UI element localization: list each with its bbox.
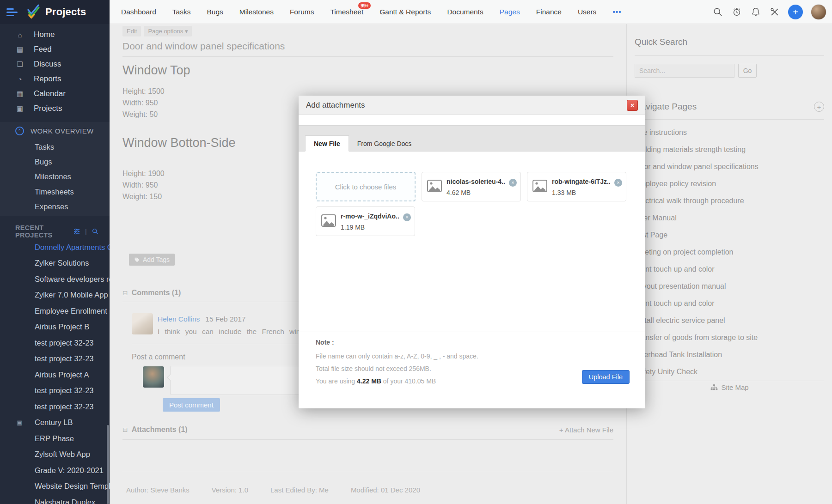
page-link[interactable]: Install electric service panel (627, 312, 832, 329)
sidebar-item-tasks[interactable]: Tasks (0, 140, 110, 154)
nav-finance[interactable]: Finance (536, 8, 562, 16)
nav-users[interactable]: Users (578, 8, 596, 16)
add-new-button[interactable]: + (788, 5, 803, 19)
collapse-icon[interactable]: ⊟ (122, 289, 128, 297)
page-link[interactable]: Employee policy revision (627, 175, 832, 192)
post-comment-button[interactable]: Post comment (163, 398, 220, 412)
page-link[interactable]: Test Page (627, 226, 832, 243)
choose-files-dropzone[interactable]: Click to choose files (316, 172, 416, 201)
recent-project-item[interactable]: ▣ test project 32-23 (0, 335, 110, 351)
spec-line: Width: 950 (122, 181, 158, 189)
recent-project-item[interactable]: ▣ Zylker 7.0 Mobile App (0, 287, 110, 303)
comment-author-link[interactable]: Helen Collins15 Feb 2017 (158, 315, 245, 323)
page-link[interactable]: Safety Unity Check (627, 363, 832, 380)
nav-more[interactable]: ••• (612, 8, 621, 16)
sidebar-item-home[interactable]: ⌂ Home (0, 27, 110, 42)
sidebar-item-label: Discuss (34, 60, 61, 69)
nav-gantt-reports[interactable]: Gantt & Reports (379, 8, 431, 16)
timer-icon[interactable] (731, 6, 742, 18)
attach-new-file-link[interactable]: + Attach New File (559, 426, 613, 434)
page-link[interactable]: Building materials strength testing (627, 141, 832, 158)
comment-text: I think you can include the French windo (158, 328, 308, 336)
page-link[interactable]: Site instructions (627, 124, 832, 141)
recent-project-item[interactable]: ▣ Software developers re (0, 271, 110, 287)
nav-forums[interactable]: Forums (290, 8, 314, 16)
work-overview-section: ⌃ WORK OVERVIEW Tasks Bugs Milestones Ti… (0, 122, 110, 216)
page-link[interactable]: Electrical walk through procedure (627, 192, 832, 209)
hamburger-menu-icon[interactable] (6, 8, 18, 16)
divider (122, 439, 613, 440)
close-icon[interactable]: × (627, 100, 638, 111)
filter-icon[interactable] (73, 227, 81, 236)
nav-milestones[interactable]: Milestones (239, 8, 274, 16)
page-link[interactable]: Paint touch up and color (627, 295, 832, 312)
edit-button[interactable]: Edit (122, 26, 141, 36)
work-overview-header[interactable]: ⌃ WORK OVERVIEW (0, 122, 110, 140)
recent-project-item[interactable]: ▣ Grade V: 2020-2021 (0, 462, 110, 479)
nav-bugs[interactable]: Bugs (207, 8, 223, 16)
image-file-icon (532, 178, 548, 194)
attachments-header[interactable]: ⊟ Attachments (1) (122, 425, 188, 434)
go-button[interactable]: Go (738, 64, 757, 78)
sidebar-item-calendar[interactable]: ▦ Calendar (0, 86, 110, 101)
tab-from-google-docs[interactable]: From Google Docs (349, 135, 420, 152)
page-link[interactable]: Layout presentation manual (627, 278, 832, 295)
page-link[interactable]: Overhead Tank Installation (627, 346, 832, 363)
page-title: Door and window panel specifications (122, 41, 285, 52)
r-mo-w-_iZqdviAo...: r-mo-w-_iZqdviAo... 1.19 MB × (316, 206, 415, 236)
sidebar-item-discuss[interactable]: ❏ Discuss (0, 57, 110, 72)
add-tags-button[interactable]: Add Tags (129, 254, 175, 266)
tab-new-file[interactable]: New File (305, 135, 349, 152)
upload-file-button[interactable]: Upload File (582, 370, 630, 384)
sidebar-item-reports[interactable]: ◔ Reports (0, 72, 110, 86)
nav-documents[interactable]: Documents (447, 8, 483, 16)
sidebar-item-milestones[interactable]: Milestones (0, 170, 110, 184)
recent-project-item[interactable]: ▣ Nakshatra Duplex (0, 494, 110, 504)
add-page-icon[interactable]: + (814, 102, 824, 112)
page-link[interactable]: Paint touch up and color (627, 261, 832, 278)
nav-dashboard[interactable]: Dashboard (121, 8, 156, 16)
sidebar-item-projects[interactable]: ▣ Projects (0, 101, 110, 116)
quick-search-input[interactable] (635, 64, 734, 78)
recent-project-item[interactable]: ▣ Zylsoft Web App (0, 446, 110, 462)
recent-project-item[interactable]: ▣ Zylker Solutions (0, 255, 110, 271)
recent-project-item[interactable]: ▣ Airbus Project A (0, 367, 110, 383)
page-link[interactable]: User Manual (627, 209, 832, 226)
site-map-link[interactable]: Site Map (627, 383, 832, 391)
remove-file-icon[interactable]: × (614, 179, 622, 187)
remove-file-icon[interactable]: × (509, 179, 517, 187)
recent-project-item[interactable]: ▣ Website Design Templa (0, 478, 110, 494)
recent-project-item[interactable]: ▣ test project 32-23 (0, 383, 110, 399)
tools-icon[interactable] (769, 6, 780, 18)
sidebar-item-feed[interactable]: ▤ Feed (0, 42, 110, 57)
recent-project-item[interactable]: ▣ ERP Phase (0, 431, 110, 447)
page-link[interactable]: Transfer of goods from storage to site (627, 329, 832, 346)
nicolas-solerieu-4...: nicolas-solerieu-4... 4.62 MB × (422, 172, 521, 201)
sidebar-item-bugs[interactable]: Bugs (0, 154, 110, 169)
user-avatar[interactable] (811, 4, 826, 20)
page-link[interactable]: Door and window panel specifications (627, 158, 832, 175)
comment-date: 15 Feb 2017 (205, 315, 245, 323)
sidebar-scrollbar[interactable] (107, 425, 109, 504)
project-search-icon[interactable] (91, 227, 99, 236)
comments-header[interactable]: ⊟ Comments (1) (122, 289, 181, 297)
recent-project-item[interactable]: ▣ Donnelly Apartments C (0, 239, 110, 255)
bell-icon[interactable] (750, 6, 761, 18)
page-link[interactable]: Meeting on project completion (627, 243, 832, 261)
recent-project-item[interactable]: ▣ test project 32-23 (0, 399, 110, 415)
top-navbar: Projects Dashboard Tasks Bugs Milestones… (0, 0, 832, 24)
sidebar-item-timesheets[interactable]: Timesheets (0, 184, 110, 199)
recent-project-item[interactable]: ▣ Employee Enrollment (0, 303, 110, 319)
page-options-button[interactable]: Page options ▾ (144, 26, 192, 36)
nav-pages[interactable]: Pages (500, 8, 520, 16)
recent-project-item[interactable]: ▣ Century LB (0, 414, 110, 431)
recent-project-item[interactable]: ▣ test project 32-23 (0, 351, 110, 367)
recent-project-item[interactable]: ▣ Airbus Project B (0, 319, 110, 335)
nav-timesheet[interactable]: Timesheet 99+ (330, 8, 363, 16)
sidebar-item-expenses[interactable]: Expenses (0, 200, 110, 214)
remove-file-icon[interactable]: × (403, 213, 411, 221)
collapse-icon[interactable]: ⊟ (122, 426, 128, 433)
nav-tasks[interactable]: Tasks (172, 8, 191, 16)
search-icon[interactable] (712, 6, 723, 18)
divider (122, 471, 613, 471)
